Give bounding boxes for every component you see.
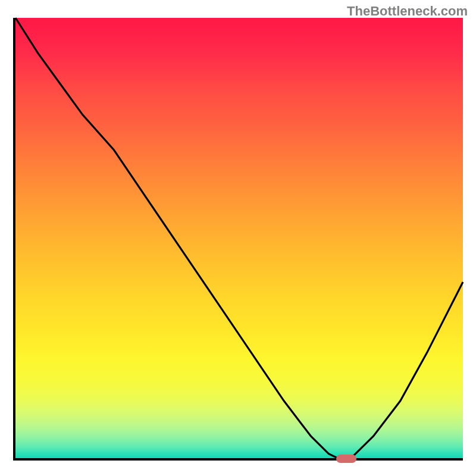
plot-area: [13, 18, 463, 461]
optimum-marker: [336, 455, 356, 463]
chart-svg: [15, 18, 463, 458]
bottleneck-curve: [15, 18, 463, 458]
watermark-label: TheBottleneck.com: [347, 4, 468, 19]
